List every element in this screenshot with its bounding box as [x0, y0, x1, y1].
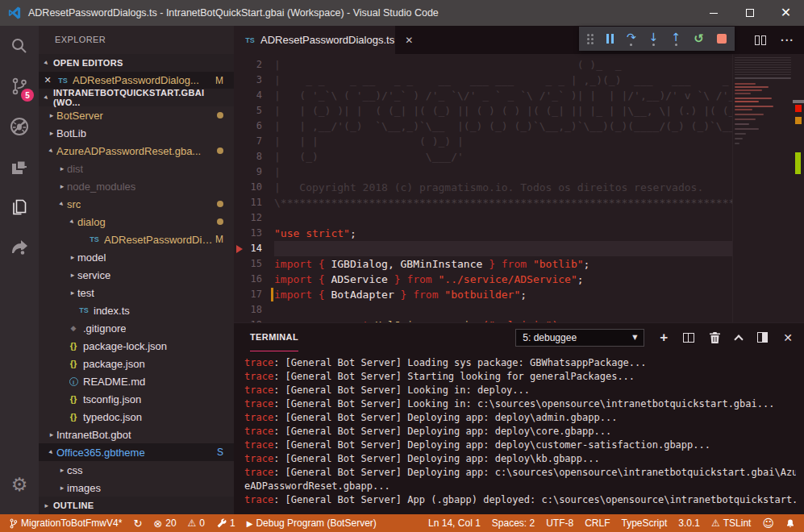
status-item-smiley[interactable]: ☺ [756, 514, 780, 532]
open-editor-item[interactable]: ✕ TS ADResetPasswordDialog... M [39, 72, 234, 89]
tree-item-package-json[interactable]: {}package.json [39, 355, 234, 372]
close-editor-icon[interactable]: ✕ [39, 75, 56, 85]
tree-item-typedoc-json[interactable]: {}typedoc.json [39, 408, 234, 426]
code-line-6[interactable]: 6| | ,__/'(_) `\__,_)`\__ |(_) (_) (_)`\… [234, 118, 732, 134]
code-line-15[interactable]: 15import { IGBDialog, GBMinInstance } fr… [234, 256, 732, 272]
tree-item-tsconfig-json[interactable]: {}tsconfig.json [39, 390, 234, 408]
tree-item-adresetpassworddial-[interactable]: TSADResetPasswordDial...M [39, 231, 234, 248]
tree-item-service[interactable]: ▸service [39, 266, 234, 284]
tree-item-src[interactable]: ▸src [39, 195, 234, 213]
new-terminal-button[interactable]: + [660, 330, 668, 346]
status-item-sync[interactable]: ↻ [127, 514, 148, 532]
status-item-migrationtobotfmwv4-[interactable]: MigrationToBotFmwV4* [3, 514, 127, 532]
activitybar-documents[interactable] [0, 187, 39, 227]
close-panel-button[interactable]: ✕ [783, 331, 793, 344]
tree-item-botserver[interactable]: ▸BotServer [39, 106, 234, 124]
code-line-2[interactable]: 2| ( )_ _ | [234, 57, 732, 73]
code-line-4[interactable]: 4| ( '_`\ ( '__)/'_` ) /'_ `\/' _ ` _ `\… [234, 88, 732, 103]
status-item-utf-8[interactable]: UTF-8 [540, 514, 579, 532]
maximize-panel-button[interactable] [735, 333, 742, 343]
drag-handle-icon[interactable] [587, 34, 594, 44]
activitybar-source-control[interactable]: 5 [0, 66, 39, 106]
terminal-output[interactable]: trace: [General Bot Server] Loading sys … [234, 351, 804, 514]
code-line-18[interactable]: 18 [234, 302, 732, 318]
tree-item-readme-md[interactable]: iREADME.md [39, 372, 234, 390]
chevron-collapsed-icon: ▸ [47, 111, 56, 119]
code-line-10[interactable]: 10| Copyright 2018 (c) pragmatismo.io. T… [234, 180, 732, 195]
code-editor[interactable]: 2| ( )_ _ |3| _ _ _ __ _ _ __ ___ ___ _ … [234, 54, 804, 322]
split-terminal-button[interactable] [683, 333, 694, 343]
code-line-11[interactable]: 11\*************************************… [234, 195, 732, 210]
activitybar-debug[interactable] [0, 106, 39, 147]
terminal-selector-dropdown[interactable]: 5: debuggee ▼ [515, 329, 644, 347]
restart-button[interactable]: ↺ [694, 33, 704, 45]
outline-header[interactable]: ▸ OUTLINE [39, 497, 234, 514]
step-out-button[interactable]: ↑ [671, 31, 681, 46]
tree-item-node-modules[interactable]: ▸node_modules [39, 177, 234, 195]
tree-item-model[interactable]: ▸model [39, 248, 234, 266]
code-line-9[interactable]: 9| | [234, 164, 732, 180]
code-line-8[interactable]: 8| (_) \___/' | [234, 149, 732, 164]
code-line-14[interactable]: 14 [234, 241, 732, 256]
status-item-ln-14-col-1[interactable]: Ln 14, Col 1 [423, 514, 486, 532]
tree-item-dist[interactable]: ▸dist [39, 160, 234, 177]
activitybar-search[interactable] [0, 26, 39, 66]
code-line-7[interactable]: 7| | | ( )_) | | [234, 134, 732, 149]
minimize-button[interactable] [695, 0, 731, 26]
terminal-tab[interactable]: TERMINAL [250, 323, 298, 351]
settings-button[interactable]: ⚙ [0, 464, 39, 505]
code-line-16[interactable]: 16import { ADService } from "../service/… [234, 272, 732, 287]
status-item-spaces-2[interactable]: Spaces: 2 [486, 514, 540, 532]
pause-button[interactable] [606, 34, 614, 44]
workspace-header[interactable]: ▸ INTRANETBOTQUICKSTART.GBAI (WO... [39, 89, 234, 106]
git-modified-dot [217, 110, 234, 121]
tree-item-dialog[interactable]: ▸dialog [39, 213, 234, 231]
tree-item-botlib[interactable]: ▸BotLib [39, 124, 234, 142]
code-line-3[interactable]: 3| _ _ _ __ _ _ __ ___ ___ _ _ | ,_)(_) … [234, 73, 732, 88]
tree-item-images[interactable]: ▸images [39, 479, 234, 497]
minimap[interactable] [732, 54, 793, 322]
code-line-17[interactable]: 17import { BotAdapter } from "botbuilder… [234, 287, 732, 302]
terminal-line: trace: [General Bot Server] Looking in: … [244, 397, 796, 411]
tree-item-intranetbot-gbot[interactable]: ▸IntranetBot.gbot [39, 426, 234, 443]
tree-item-office365-gbtheme[interactable]: ▸Office365.gbthemeS [39, 443, 234, 461]
tree-item-label: images [67, 482, 101, 494]
maximize-button[interactable] [731, 0, 768, 26]
status-item-debug-program-botserver-[interactable]: ▶Debug Program (BotServer) [241, 514, 382, 532]
editor-more-actions-button[interactable]: ··· [781, 34, 794, 47]
activitybar-extensions[interactable] [0, 147, 39, 187]
tree-item-package-lock-json[interactable]: {}package-lock.json [39, 337, 234, 355]
stop-button[interactable] [717, 34, 727, 44]
tree-item-index-ts[interactable]: TSindex.ts [39, 301, 234, 319]
tree-item-css[interactable]: ▸css [39, 461, 234, 479]
code-line-19[interactable]: 19 const UrlJoin = require("url-join"); [234, 318, 732, 322]
tree-item-azureadpasswordreset-gba-[interactable]: ▸AzureADPasswordReset.gba... [39, 142, 234, 160]
kill-terminal-button[interactable] [710, 332, 720, 343]
move-panel-right-button[interactable] [757, 332, 768, 343]
status-item-0[interactable]: ⚠0 [182, 514, 210, 532]
status-item-tslint[interactable]: ⚠TSLint [706, 514, 756, 532]
step-over-button[interactable]: ↷ [627, 31, 636, 46]
status-item-crlf[interactable]: CRLF [579, 514, 615, 532]
status-item-typescript[interactable]: TypeScript [616, 514, 673, 532]
status-item-20[interactable]: ⊗20 [148, 514, 181, 532]
code-line-12[interactable]: 12 [234, 210, 732, 226]
activitybar-share[interactable] [0, 227, 39, 268]
tree-item-test[interactable]: ▸test [39, 284, 234, 301]
code-line-5[interactable]: 5| | (_) )| | ( (_| |( (_) || ( ) ( ) |(… [234, 103, 732, 118]
smiley-icon: ☺ [762, 517, 774, 530]
sidebar-title: EXPLORER [39, 26, 234, 54]
split-editor-button[interactable] [755, 35, 766, 45]
close-button[interactable]: ✕ [768, 0, 804, 26]
code-line-13[interactable]: 13"use strict"; [234, 226, 732, 241]
tree-item--gitignore[interactable]: ◆.gitignore [39, 319, 234, 337]
tab-close-icon[interactable]: ✕ [402, 34, 415, 47]
open-editors-header[interactable]: ▸ OPEN EDITORS [39, 54, 234, 72]
status-item-bell[interactable] [780, 514, 801, 532]
tab-adresetpassworddialogs[interactable]: TS ADResetPasswordDialogs.ts ✕ [234, 26, 395, 54]
tree-item-label: service [77, 269, 110, 281]
step-into-button[interactable]: ↓ [649, 31, 659, 46]
scrollbar-thumb[interactable] [793, 100, 804, 103]
status-item-1[interactable]: 1 [210, 514, 241, 532]
status-item-3-0-1[interactable]: 3.0.1 [673, 514, 706, 532]
